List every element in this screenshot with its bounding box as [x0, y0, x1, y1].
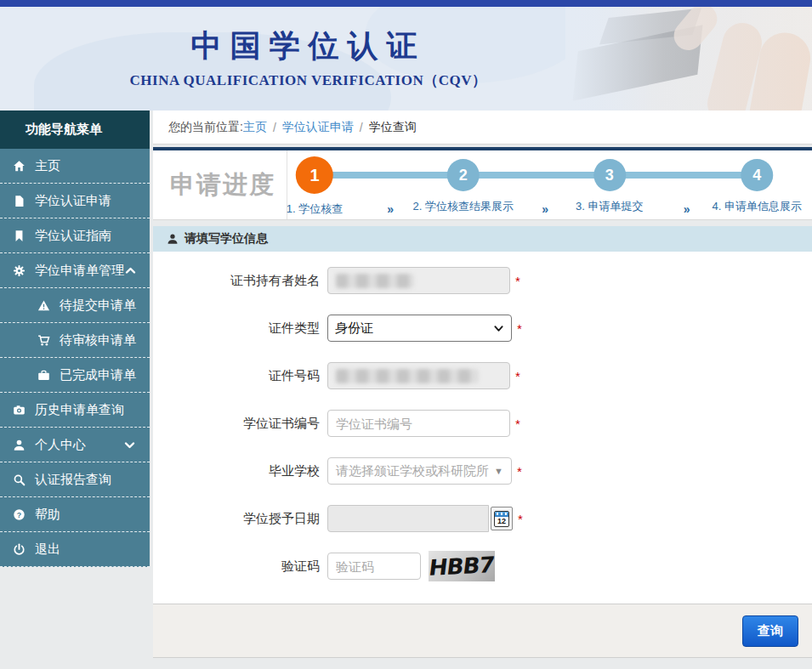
award-date-group: 12 [327, 505, 513, 532]
sidebar-item-label: 退出 [35, 541, 141, 558]
breadcrumb: 您的当前位置:主页 / 学位认证申请 / 学位查询 [153, 111, 812, 145]
sidebar-item-home[interactable]: 主页 [0, 149, 150, 184]
sidebar-item-label: 待审核申请单 [60, 332, 141, 349]
cart-icon [37, 333, 52, 348]
id-number-field [327, 362, 510, 389]
captcha-image[interactable]: HBB7 [429, 551, 495, 581]
sidebar-menu: 主页 学位认证申请 学位认证指南 学位申请单管理 [0, 149, 150, 567]
progress-title: 申请进度 [153, 150, 287, 219]
sidebar-item-report-query[interactable]: 认证报告查询 [0, 462, 150, 497]
gear-icon [13, 264, 27, 278]
query-button[interactable]: 查询 [742, 615, 798, 647]
calendar-icon: 12 [494, 511, 509, 527]
help-icon: ? [13, 507, 27, 522]
form-footer: 查询 [153, 604, 812, 658]
sidebar-item-label: 认证报告查询 [35, 472, 141, 488]
form-row-award-date: 学位授予日期 12 * [153, 505, 812, 532]
required-asterisk: * [515, 369, 520, 383]
site-title-block: 中国学位认证 CHINA QUALIFICATION VERIFICATION（… [0, 26, 616, 90]
field-label: 学位授予日期 [153, 511, 327, 527]
step-circle: 2 [447, 159, 480, 191]
progress-step-3: 3 3. 申请单提交 [576, 150, 643, 214]
site-subtitle: CHINA QUALIFICATION VERIFICATION（CQV） [0, 71, 616, 90]
breadcrumb-link-home[interactable]: 主页 [243, 120, 267, 135]
sidebar-item-pending-submit[interactable]: 待提交申请单 [0, 288, 150, 323]
main-content: 您的当前位置:主页 / 学位认证申请 / 学位查询 申请进度 1 1. 学位核查… [153, 111, 812, 658]
form-row-school: 毕业学校 请选择颁证学校或科研院所 ▼ * [153, 457, 812, 485]
briefcase-icon [37, 368, 52, 383]
sidebar-item-pending-review[interactable]: 待审核申请单 [0, 323, 150, 358]
form-row-captcha: 验证码 HBB7 [153, 553, 812, 580]
sidebar-item-label: 个人中心 [35, 437, 123, 453]
bookmark-icon [13, 229, 27, 243]
person-icon [167, 233, 179, 245]
field-label: 证件号码 [153, 368, 327, 384]
chevron-down-icon [123, 439, 136, 451]
calendar-button[interactable]: 12 [491, 507, 513, 530]
progress-step-1: 1 1. 学位核查 [287, 150, 343, 217]
award-date-input[interactable] [327, 505, 489, 532]
chevron-up-icon [124, 264, 137, 277]
sidebar-item-label: 学位认证申请 [35, 193, 141, 209]
step-arrow: » [387, 202, 394, 216]
breadcrumb-link-degree-application[interactable]: 学位认证申请 [282, 120, 354, 135]
field-label: 学位证书编号 [153, 416, 327, 432]
svg-text:?: ? [17, 510, 21, 519]
search-icon [13, 473, 27, 487]
captcha-text: HBB7 [428, 552, 496, 581]
school-combobox[interactable]: 请选择颁证学校或科研院所 ▼ [327, 457, 512, 485]
sidebar-item-help[interactable]: ? 帮助 [0, 497, 150, 532]
id-type-selected-value: 身份证 [335, 320, 493, 337]
site-title: 中国学位认证 [0, 26, 616, 67]
dropdown-triangle-icon: ▼ [494, 466, 503, 476]
step-label: 2. 学位核查结果展示 [412, 199, 513, 214]
required-asterisk: * [518, 512, 523, 526]
step-circle-active: 1 [296, 156, 333, 194]
sidebar-item-label: 待提交申请单 [60, 298, 141, 314]
step-arrow: » [542, 202, 548, 216]
required-asterisk: * [515, 274, 520, 288]
holder-name-field [327, 267, 510, 294]
breadcrumb-separator: / [273, 121, 276, 134]
file-icon [13, 194, 27, 208]
breadcrumb-prefix: 您的当前位置: [168, 120, 243, 135]
certificate-number-input[interactable] [327, 410, 510, 437]
sidebar-item-label: 学位申请单管理 [35, 263, 124, 279]
form-row-id-number: 证件号码 * [153, 362, 812, 389]
field-label: 毕业学校 [153, 463, 327, 479]
form-row-holder-name: 证书持有者姓名 * [153, 267, 812, 294]
progress-step-2: 2 2. 学位核查结果展示 [412, 150, 513, 214]
sidebar-item-degree-application[interactable]: 学位认证申请 [0, 184, 150, 218]
field-label: 验证码 [153, 558, 327, 575]
power-icon [13, 542, 27, 557]
breadcrumb-separator: / [360, 121, 363, 134]
required-asterisk: * [517, 321, 522, 336]
progress-step-4: 4 4. 申请单信息展示 [712, 150, 801, 214]
sidebar-item-label: 学位认证指南 [35, 228, 141, 244]
progress-steps: 1 1. 学位核查 2 2. 学位核查结果展示 3 3. 申请单提交 4 4. … [287, 150, 812, 219]
sidebar-item-label: 主页 [35, 158, 141, 174]
camera-icon [13, 403, 27, 417]
school-placeholder: 请选择颁证学校或科研院所 [336, 463, 494, 479]
masked-id-value [336, 369, 479, 383]
sidebar-item-label: 帮助 [35, 507, 141, 523]
sidebar-nav: 功能导航菜单 主页 学位认证申请 学位认证指南 学位申请单管 [0, 111, 150, 567]
progress-panel: 申请进度 1 1. 学位核查 2 2. 学位核查结果展示 3 3. 申请单提交 … [153, 147, 812, 220]
form-section-header: 请填写学位信息 [153, 226, 812, 252]
degree-form: 证书持有者姓名 * 证件类型 身份证 * 证件号码 [153, 252, 812, 604]
captcha-input[interactable] [327, 553, 421, 580]
step-circle: 3 [593, 159, 626, 191]
sidebar-item-guide[interactable]: 学位认证指南 [0, 218, 150, 253]
id-type-select[interactable]: 身份证 [327, 315, 512, 342]
step-label: 3. 申请单提交 [576, 199, 643, 214]
step-label: 4. 申请单信息展示 [712, 199, 801, 214]
sidebar-item-completed[interactable]: 已完成申请单 [0, 358, 150, 393]
sidebar-title: 功能导航菜单 [0, 111, 150, 149]
warning-icon [37, 298, 52, 313]
sidebar-item-application-management[interactable]: 学位申请单管理 [0, 253, 150, 288]
masked-name-value [336, 274, 414, 288]
sidebar-item-history-query[interactable]: 历史申请单查询 [0, 393, 150, 428]
sidebar-item-personal-center[interactable]: 个人中心 [0, 428, 150, 462]
sidebar-item-logout[interactable]: 退出 [0, 532, 150, 567]
chevron-down-icon [493, 323, 504, 334]
